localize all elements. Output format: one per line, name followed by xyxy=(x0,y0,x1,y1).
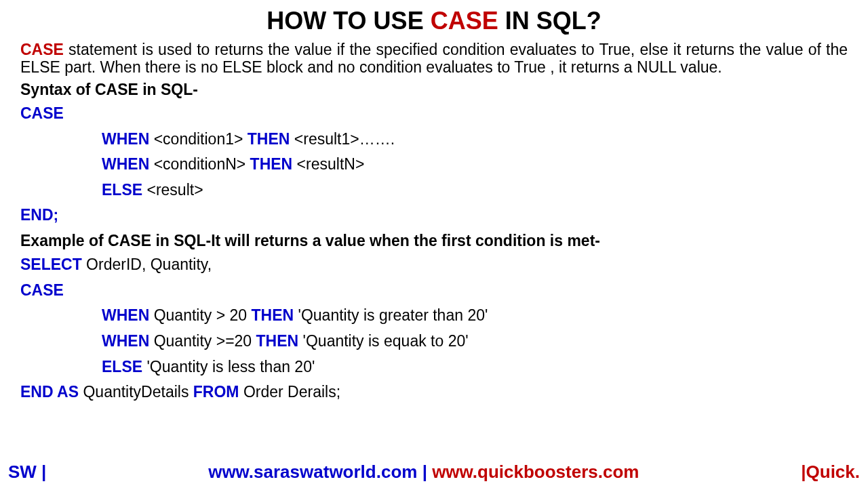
footer-sep: | xyxy=(417,462,432,482)
example-else: ELSE 'Quantity is less than 20' xyxy=(20,355,848,380)
description-text: CASE statement is used to returns the va… xyxy=(20,41,848,77)
example-heading: Example of CASE in SQL-It will returns a… xyxy=(20,232,848,250)
footer-left: SW | xyxy=(8,462,46,483)
footer-url1: www.saraswatworld.com xyxy=(208,462,417,482)
example-select: SELECT OrderID, Quantity, xyxy=(20,253,848,277)
example-when2: WHEN Quantity >=20 THEN 'Quantity is equ… xyxy=(20,329,848,354)
example-case: CASE xyxy=(20,279,848,303)
footer-center: www.saraswatworld.com | www.quickbooster… xyxy=(46,462,801,483)
example-end: END AS QuantityDetails FROM Order Derail… xyxy=(20,380,848,405)
title-suffix: IN SQL? xyxy=(498,7,601,35)
title-prefix: HOW TO USE xyxy=(267,7,430,35)
syntax-else: ELSE <result> xyxy=(20,178,848,203)
syntax-end: END; xyxy=(20,203,848,228)
footer-right: |Quick. xyxy=(801,462,860,483)
case-keyword: CASE xyxy=(20,41,64,58)
syntax-case: CASE xyxy=(20,102,848,126)
syntax-heading: Syntax of CASE in SQL- xyxy=(20,81,848,99)
footer-url2: www.quickboosters.com xyxy=(432,462,639,482)
syntax-when1: WHEN <condition1> THEN <result1>……. xyxy=(20,127,848,152)
description-body: statement is used to returns the value i… xyxy=(20,41,848,76)
footer: SW | www.saraswatworld.com | www.quickbo… xyxy=(0,462,868,483)
page-title: HOW TO USE CASE IN SQL? xyxy=(20,7,848,35)
example-when1: WHEN Quantity > 20 THEN 'Quantity is gre… xyxy=(20,304,848,328)
syntax-whenN: WHEN <conditionN> THEN <resultN> xyxy=(20,152,848,177)
title-highlight: CASE xyxy=(431,7,498,35)
